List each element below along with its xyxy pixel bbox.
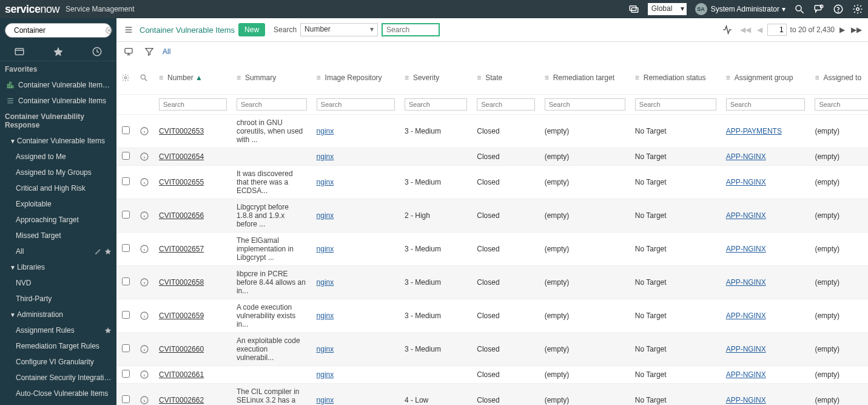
col-header-rem_status[interactable]: ≡Remediation status <box>630 61 721 95</box>
favorites-tab-icon[interactable] <box>53 46 64 57</box>
image-repo-link[interactable]: nginx <box>317 211 334 220</box>
page-input[interactable] <box>767 24 787 36</box>
last-page-icon[interactable]: ▶▶ <box>850 24 863 35</box>
col-search-assign_group[interactable] <box>726 98 806 111</box>
chat-icon[interactable] <box>813 4 824 15</box>
row-checkbox[interactable] <box>122 152 130 160</box>
number-link[interactable]: CVIT0002661 <box>159 370 204 379</box>
preview-icon[interactable] <box>135 148 154 166</box>
col-header-state[interactable]: ≡State <box>472 61 539 95</box>
history-tab-icon[interactable] <box>92 46 103 57</box>
image-repo-link[interactable]: nginx <box>317 396 334 404</box>
filter-icon[interactable] <box>142 44 156 59</box>
column-menu-icon[interactable]: ≡ <box>545 73 552 82</box>
first-page-icon[interactable]: ◀◀ <box>739 24 752 35</box>
row-checkbox[interactable] <box>122 311 130 319</box>
number-link[interactable]: CVIT0002654 <box>159 152 204 161</box>
sidebar-item[interactable]: NVD <box>0 275 116 291</box>
preview-icon[interactable] <box>135 333 154 366</box>
col-header-rem_target[interactable]: ≡Remediation target <box>540 61 630 95</box>
favorite-item[interactable]: Container Vulnerable Item - CVI... <box>0 77 116 93</box>
image-repo-link[interactable]: nginx <box>317 178 334 186</box>
sidebar-item[interactable]: Assignment Rules <box>0 322 116 338</box>
star-icon[interactable] <box>104 327 112 334</box>
search-field-select[interactable]: Number <box>300 23 378 36</box>
column-menu-icon[interactable]: ≡ <box>237 73 244 82</box>
sidebar-item[interactable]: Exploitable <box>0 196 116 212</box>
preview-icon[interactable] <box>135 299 154 333</box>
personalize-icon[interactable] <box>121 63 130 93</box>
search-icon[interactable] <box>794 4 805 15</box>
column-menu-icon[interactable]: ≡ <box>726 73 733 82</box>
col-search-image_repo[interactable] <box>317 98 395 111</box>
activity-icon[interactable] <box>719 22 735 38</box>
pencil-icon[interactable] <box>95 248 102 255</box>
sidebar-item[interactable]: Approaching Target <box>0 212 116 228</box>
all-apps-icon[interactable] <box>14 46 25 57</box>
help-icon[interactable] <box>833 4 844 15</box>
preview-icon[interactable] <box>135 266 154 299</box>
clear-filter-icon[interactable] <box>105 26 113 35</box>
col-search-state[interactable] <box>477 98 534 111</box>
preview-icon[interactable] <box>135 366 154 384</box>
next-page-icon[interactable]: ▶ <box>838 24 846 35</box>
assign-group-link[interactable]: APP-NGINX <box>726 345 766 353</box>
col-header-summary[interactable]: ≡Summary <box>232 61 312 95</box>
image-repo-link[interactable]: nginx <box>317 345 334 353</box>
column-menu-icon[interactable]: ≡ <box>317 73 324 82</box>
number-link[interactable]: CVIT0002658 <box>159 278 204 287</box>
preview-icon[interactable] <box>135 199 154 233</box>
module-header[interactable]: Container Vulnerability Response <box>0 109 116 133</box>
image-repo-link[interactable]: nginx <box>317 311 334 320</box>
assign-group-link[interactable]: APP-NGINX <box>726 396 766 404</box>
row-checkbox[interactable] <box>122 244 130 252</box>
col-header-assign_group[interactable]: ≡Assignment group <box>721 61 810 95</box>
number-link[interactable]: CVIT0002653 <box>159 127 204 135</box>
row-checkbox[interactable] <box>122 395 130 403</box>
sidebar-item[interactable]: Assigned to My Groups <box>0 165 116 180</box>
col-search-rem_status[interactable] <box>635 98 716 111</box>
sidebar-item[interactable]: Configure VI Granularity <box>0 354 116 370</box>
prev-page-icon[interactable]: ◀ <box>756 24 764 35</box>
col-header-assigned_to[interactable]: ≡Assigned to <box>810 61 868 95</box>
sidebar-item[interactable]: Missed Target <box>0 228 116 243</box>
activity-stream-icon[interactable] <box>121 44 136 59</box>
col-search-summary[interactable] <box>237 98 307 111</box>
favorites-header[interactable]: Favorites <box>0 61 116 77</box>
logo[interactable]: servicenow <box>5 3 59 16</box>
list-menu-icon[interactable] <box>121 22 136 37</box>
favorite-item[interactable]: Container Vulnerable Items <box>0 93 116 109</box>
assign-group-link[interactable]: APP-NGINX <box>726 152 766 161</box>
scope-select[interactable]: Global▾ <box>648 3 687 15</box>
preview-icon[interactable] <box>135 115 154 148</box>
number-link[interactable]: CVIT0002660 <box>159 345 204 353</box>
list-search-input[interactable] <box>382 23 440 36</box>
row-checkbox[interactable] <box>122 211 130 219</box>
sidebar-item[interactable]: Container Security Integrations <box>0 370 116 386</box>
sidebar-item[interactable]: Auto-Close Vulnerable Items <box>0 386 116 401</box>
sidebar-item[interactable]: Assigned to Me <box>0 149 116 165</box>
image-repo-link[interactable]: nginx <box>317 127 334 135</box>
preview-icon[interactable] <box>135 166 154 199</box>
new-button[interactable]: New <box>238 23 265 36</box>
sidebar-item[interactable]: Third-Party <box>0 291 116 307</box>
sidebar-group-toggle[interactable]: ▼Container Vulnerable Items <box>0 133 116 149</box>
number-link[interactable]: CVIT0002656 <box>159 211 204 220</box>
user-menu[interactable]: SA System Administrator ▾ <box>695 3 786 15</box>
column-menu-icon[interactable]: ≡ <box>635 73 642 82</box>
search-toggle-icon[interactable] <box>140 63 149 93</box>
assign-group-link[interactable]: APP-NGINX <box>726 211 766 220</box>
image-repo-link[interactable]: nginx <box>317 245 334 253</box>
update-set-icon[interactable] <box>628 4 639 15</box>
col-search-rem_target[interactable] <box>545 98 625 111</box>
sidebar-item[interactable]: All <box>0 243 116 259</box>
number-link[interactable]: CVIT0002659 <box>159 311 204 320</box>
assign-group-link[interactable]: APP-NGINX <box>726 370 766 379</box>
assign-group-link[interactable]: APP-NGINX <box>726 311 766 320</box>
col-search-severity[interactable] <box>405 98 467 111</box>
star-icon[interactable] <box>104 248 112 255</box>
row-checkbox[interactable] <box>122 277 130 285</box>
col-search-number[interactable] <box>159 98 227 111</box>
assign-group-link[interactable]: APP-NGINX <box>726 245 766 253</box>
column-menu-icon[interactable]: ≡ <box>405 73 412 82</box>
